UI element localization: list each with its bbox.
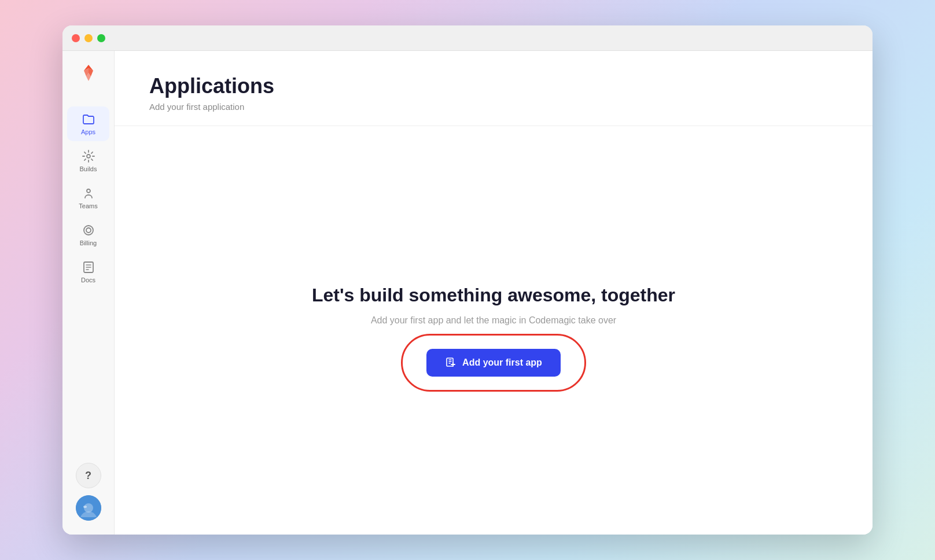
svg-rect-8 [447, 358, 453, 366]
sidebar-item-builds[interactable]: Builds [67, 143, 109, 178]
add-first-app-label: Add your first app [462, 358, 542, 368]
sidebar-item-docs[interactable]: Docs [67, 255, 109, 289]
avatar-button[interactable] [76, 495, 101, 521]
sidebar-item-teams[interactable]: Teams [67, 180, 109, 215]
billing-label: Billing [80, 240, 97, 246]
docs-label: Docs [81, 277, 95, 283]
svg-point-7 [83, 506, 87, 508]
help-button[interactable]: ? [76, 463, 101, 488]
teams-label: Teams [79, 202, 97, 209]
svg-point-2 [86, 228, 91, 233]
apps-label: Apps [81, 128, 95, 135]
svg-point-0 [87, 154, 90, 158]
docs-icon [82, 260, 95, 274]
user-avatar-icon [76, 495, 101, 521]
help-icon: ? [85, 470, 91, 482]
add-app-icon [445, 357, 457, 369]
traffic-lights [72, 34, 105, 42]
minimize-button[interactable] [84, 34, 93, 42]
add-first-app-button[interactable]: Add your first app [426, 349, 561, 377]
empty-state-description: Add your first app and let the magic in … [371, 315, 616, 326]
billing-icon [82, 223, 95, 237]
empty-state-heading: Let's build something awesome, together [312, 285, 675, 306]
page-title: Applications [149, 74, 838, 98]
logo-area[interactable] [76, 60, 101, 88]
maximize-button[interactable] [97, 34, 105, 42]
sidebar-item-billing[interactable]: Billing [67, 218, 109, 252]
svg-point-3 [84, 226, 93, 235]
app-body: Apps Builds [62, 51, 873, 535]
svg-point-6 [84, 503, 93, 513]
page-header: Applications Add your first application [115, 51, 873, 126]
builds-label: Builds [80, 165, 97, 172]
sidebar-item-apps[interactable]: Apps [67, 106, 109, 141]
app-window: Apps Builds [62, 25, 873, 535]
page-subtitle: Add your first application [149, 102, 838, 112]
page-body: Let's build something awesome, together … [115, 126, 873, 535]
sidebar: Apps Builds [62, 51, 115, 535]
teams-icon [82, 186, 95, 200]
sidebar-bottom: ? [76, 463, 101, 525]
main-content: Applications Add your first application … [115, 51, 873, 535]
codemagic-logo-icon [76, 60, 101, 86]
close-button[interactable] [72, 34, 80, 42]
svg-point-1 [87, 189, 90, 193]
builds-icon [82, 149, 95, 163]
folder-icon [82, 112, 95, 126]
cta-wrapper: Add your first app [426, 349, 561, 377]
titlebar [62, 25, 873, 51]
nav-items: Apps Builds [62, 106, 114, 463]
